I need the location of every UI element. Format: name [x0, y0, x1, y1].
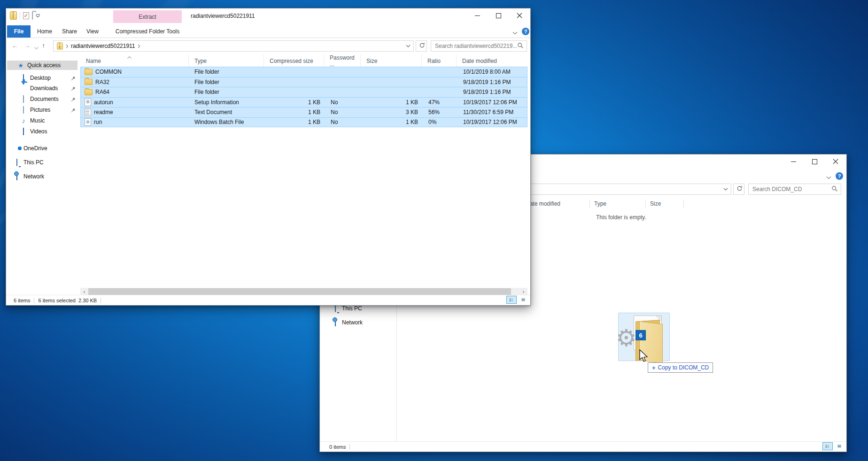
- titlebar[interactable]: ✓ Extract radiantviewercd50221911: [6, 8, 530, 25]
- file-row-readme[interactable]: readme Text Document 1 KB No 3 KB 56% 11…: [80, 107, 527, 117]
- sidebar-item-music[interactable]: ♪ Music: [7, 116, 78, 125]
- sidebar-item-label: Network: [23, 173, 44, 180]
- qat-properties-button[interactable]: ✓: [23, 13, 29, 19]
- details-view-button[interactable]: [822, 442, 833, 450]
- sidebar-item-desktop[interactable]: Desktop: [7, 73, 78, 83]
- recent-locations-chevron-icon[interactable]: [34, 45, 39, 51]
- column-header-compressed-size[interactable]: Compressed size: [264, 54, 324, 68]
- search-input[interactable]: Search DICOM_CD: [748, 184, 841, 195]
- ribbon-expand-chevron-icon[interactable]: [826, 174, 831, 181]
- address-bar[interactable]: radiantviewercd50221911: [53, 40, 414, 52]
- text-document-icon: [85, 108, 91, 116]
- music-note-icon: ♪: [19, 117, 28, 124]
- thumbnail-view-icon: [837, 443, 841, 449]
- refresh-button[interactable]: [733, 184, 744, 195]
- file-row-ra32[interactable]: RA32 File folder 9/18/2019 1:16 PM: [80, 77, 527, 87]
- contextual-tab-group-extract[interactable]: Extract: [113, 10, 182, 23]
- videos-icon: [19, 128, 28, 135]
- sidebar-item-videos[interactable]: Videos: [7, 127, 78, 136]
- qat-new-folder-button[interactable]: [32, 12, 33, 19]
- file-name: autorun: [94, 99, 113, 106]
- maximize-button[interactable]: [804, 154, 825, 169]
- file-row-run[interactable]: ⚙run Windows Batch File 1 KB No 1 KB 0% …: [80, 117, 527, 128]
- breadcrumb[interactable]: radiantviewercd50221911: [71, 43, 135, 49]
- column-header-date-modified[interactable]: Date modified: [526, 199, 560, 209]
- plus-icon: +: [652, 364, 656, 371]
- column-header-type[interactable]: Type: [188, 54, 264, 68]
- status-bar: 0 items: [320, 441, 846, 452]
- up-icon[interactable]: ↑: [42, 42, 45, 49]
- navigation-pane: ★ Quick access Desktop Downloads Documen…: [6, 55, 80, 295]
- sidebar-item-label: This PC: [23, 159, 44, 166]
- qat-customize-button[interactable]: [36, 14, 40, 17]
- pin-icon: [71, 108, 76, 114]
- zip-file-icon: [57, 42, 63, 49]
- refresh-button[interactable]: [416, 40, 427, 52]
- column-header-password[interactable]: Password ...: [324, 54, 360, 68]
- tab-share[interactable]: Share: [58, 25, 81, 38]
- drag-tooltip-text: Copy to DICOM_CD: [658, 364, 709, 371]
- minimize-button[interactable]: [467, 8, 488, 23]
- column-header-date-modified[interactable]: Date modified: [456, 54, 527, 68]
- address-dropdown-icon[interactable]: [403, 45, 413, 47]
- file-row-common[interactable]: COMMON File folder 10/1/2019 8:00 AM: [80, 67, 527, 77]
- tab-compressed-folder-tools[interactable]: Compressed Folder Tools: [113, 25, 182, 38]
- pin-icon: [71, 97, 76, 103]
- sidebar-item-network[interactable]: Network: [320, 318, 395, 327]
- sidebar-item-network[interactable]: Network: [7, 172, 78, 181]
- close-button[interactable]: [825, 154, 846, 169]
- search-placeholder: Search DICOM_CD: [749, 186, 831, 192]
- tab-view[interactable]: View: [81, 25, 104, 38]
- help-icon[interactable]: ?: [522, 28, 529, 35]
- back-icon[interactable]: ←: [12, 42, 18, 49]
- chevron-right-icon: [66, 44, 69, 48]
- details-view-icon: [826, 444, 829, 449]
- sidebar-item-downloads[interactable]: Downloads: [7, 84, 78, 93]
- thumbnail-view-button[interactable]: [834, 442, 845, 450]
- minimize-button[interactable]: [783, 154, 804, 169]
- sidebar-item-label: Music: [30, 117, 45, 124]
- details-view-icon: [510, 297, 513, 303]
- selected-count: 6 items selected: [38, 298, 75, 303]
- sort-ascending-icon: [127, 54, 132, 60]
- ribbon-expand-chevron-icon[interactable]: [512, 30, 518, 36]
- sidebar-item-this-pc[interactable]: This PC: [7, 158, 78, 167]
- thumbnail-view-button[interactable]: [518, 296, 528, 304]
- search-icon[interactable]: [517, 42, 524, 50]
- tab-file[interactable]: File: [7, 25, 31, 38]
- file-row-autorun[interactable]: ⚙autorun Setup Information 1 KB No 1 KB …: [80, 97, 527, 108]
- network-icon: [331, 319, 340, 326]
- minimize-icon: [475, 15, 480, 16]
- column-headers: Name Type Compressed size Password ... S…: [80, 54, 527, 65]
- maximize-button[interactable]: [488, 8, 509, 23]
- column-header-name[interactable]: Name: [80, 54, 188, 68]
- column-header-type[interactable]: Type: [594, 199, 606, 209]
- search-icon[interactable]: [831, 185, 838, 193]
- close-button[interactable]: [509, 8, 530, 23]
- tab-home[interactable]: Home: [32, 25, 57, 38]
- column-header-size[interactable]: Size: [360, 54, 421, 68]
- column-header-ratio[interactable]: Ratio: [421, 54, 456, 68]
- column-header-size[interactable]: Size: [650, 199, 661, 209]
- help-icon[interactable]: ?: [836, 172, 843, 180]
- mouse-cursor: [639, 349, 649, 363]
- sidebar-item-pictures[interactable]: Pictures: [7, 105, 78, 115]
- details-view-button[interactable]: [506, 296, 517, 304]
- scrollbar-thumb[interactable]: [88, 288, 511, 295]
- address-dropdown-icon[interactable]: [721, 188, 731, 191]
- close-icon: [833, 159, 838, 164]
- file-row-ra64[interactable]: RA64 File folder 9/18/2019 1:16 PM: [80, 87, 527, 97]
- folder-icon: [85, 69, 93, 75]
- search-input[interactable]: Search radiantviewercd502219...: [431, 40, 527, 52]
- window-title: radiantviewercd50221911: [191, 13, 255, 19]
- pin-icon: [71, 76, 76, 82]
- item-count: 0 items: [329, 444, 346, 450]
- sidebar-item-quick-access[interactable]: ★ Quick access: [7, 61, 78, 70]
- forward-icon[interactable]: →: [24, 42, 31, 49]
- sidebar-item-onedrive[interactable]: OneDrive: [7, 144, 78, 153]
- sidebar-item-documents[interactable]: Documents: [7, 94, 78, 104]
- refresh-icon: [419, 42, 425, 48]
- explorer-window-zip[interactable]: ✓ Extract radiantviewercd50221911: [6, 8, 531, 306]
- check-icon: ✓: [23, 13, 28, 18]
- sidebar-item-label: Downloads: [30, 85, 58, 92]
